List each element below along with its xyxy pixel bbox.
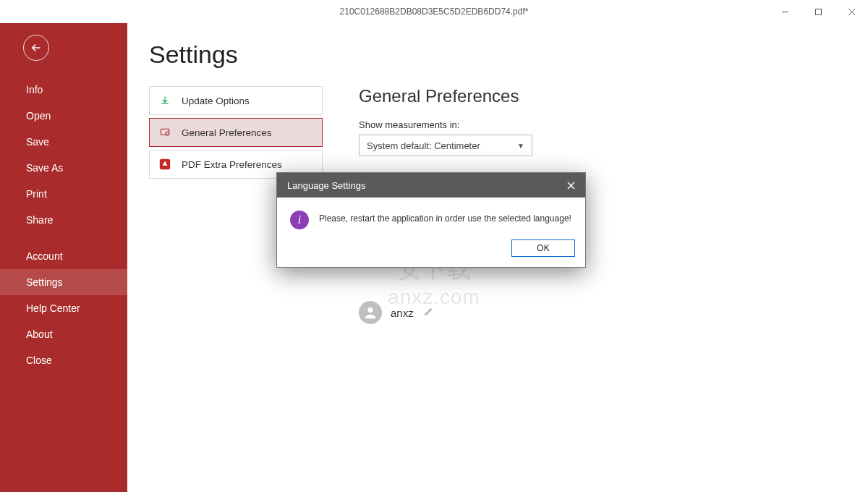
- sidebar-item-settings[interactable]: Settings: [0, 269, 127, 295]
- sidebar-item-account[interactable]: Account: [0, 243, 127, 269]
- window-title: 210C012688B2DB08D3E5C5D2EDB6DD74.pdf*: [340, 7, 529, 17]
- measurements-label: Show measurements in:: [359, 119, 846, 130]
- sidebar-item-save[interactable]: Save: [0, 129, 127, 155]
- window-controls: [768, 0, 868, 23]
- chevron-down-icon: ▼: [517, 142, 524, 150]
- sidebar-item-print[interactable]: Print: [0, 181, 127, 207]
- minimize-button[interactable]: [768, 0, 801, 23]
- sidebar: Info Open Save Save As Print Share Accou…: [0, 23, 127, 492]
- back-button[interactable]: [23, 35, 49, 61]
- ok-button[interactable]: OK: [511, 239, 575, 257]
- sidebar-item-help-center[interactable]: Help Center: [0, 295, 127, 321]
- pdf-icon: [158, 158, 171, 171]
- dialog-titlebar: Language Settings: [277, 173, 585, 198]
- settings-item-general-preferences[interactable]: General Preferences: [149, 118, 323, 147]
- titlebar: 210C012688B2DB08D3E5C5D2EDB6DD74.pdf*: [0, 0, 868, 23]
- settings-item-label: Update Options: [182, 96, 250, 106]
- dialog-message: Please, restart the application in order…: [319, 211, 571, 224]
- author-row: anxz: [359, 301, 846, 324]
- edit-author-icon[interactable]: [424, 306, 434, 319]
- measurements-value: System default: Centimeter: [367, 140, 480, 151]
- language-settings-dialog: Language Settings i Please, restart the …: [276, 172, 586, 268]
- gear-icon: [158, 126, 171, 139]
- svg-rect-1: [815, 9, 821, 14]
- close-window-button[interactable]: [835, 0, 868, 23]
- author-name: anxz: [391, 307, 414, 319]
- sidebar-item-share[interactable]: Share: [0, 207, 127, 233]
- sidebar-item-close[interactable]: Close: [0, 347, 127, 373]
- settings-category-list: Update Options General Preferences PDF E…: [149, 86, 323, 179]
- dialog-title: Language Settings: [287, 180, 365, 191]
- avatar-icon: [359, 301, 382, 324]
- settings-item-label: PDF Extra Preferences: [182, 159, 282, 170]
- svg-point-8: [367, 308, 373, 313]
- info-icon: i: [290, 211, 309, 229]
- dialog-close-button[interactable]: [563, 178, 578, 192]
- maximize-button[interactable]: [801, 0, 835, 23]
- page-title: Settings: [149, 41, 846, 69]
- settings-item-update-options[interactable]: Update Options: [149, 86, 323, 115]
- download-icon: [158, 94, 171, 107]
- settings-item-label: General Preferences: [182, 127, 272, 138]
- sidebar-item-save-as[interactable]: Save As: [0, 155, 127, 181]
- measurements-select[interactable]: System default: Centimeter ▼: [359, 135, 532, 156]
- sidebar-item-about[interactable]: About: [0, 321, 127, 347]
- preferences-title: General Preferences: [359, 86, 846, 106]
- sidebar-item-open[interactable]: Open: [0, 103, 127, 129]
- sidebar-item-info[interactable]: Info: [0, 77, 127, 103]
